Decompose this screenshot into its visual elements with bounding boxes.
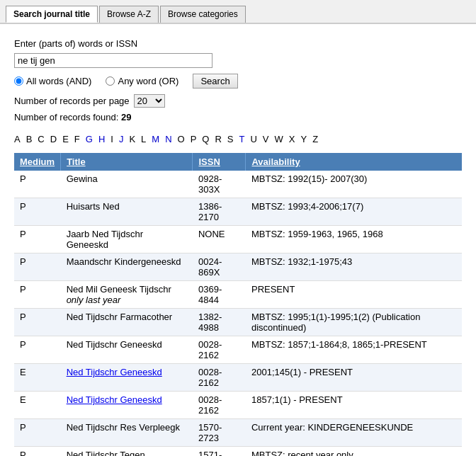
cell-issn: NONE (193, 226, 246, 253)
alpha-letter-o: O (178, 134, 185, 144)
cell-medium: P (14, 419, 61, 447)
cell-issn: 0028-2162 (193, 364, 246, 392)
cell-availability: MBTSZ: 1932;1-1975;43 (246, 253, 462, 281)
cell-title: Maandschr Kindergeneeskd (61, 253, 193, 281)
search-button[interactable]: Search (193, 74, 237, 89)
table-row: PGewina0928-303XMBTSZ: 1992(15)- 2007(30… (14, 171, 462, 198)
alpha-letter-i: I (110, 134, 113, 144)
cell-medium: P (14, 226, 61, 253)
cell-issn: 0028-2162 (193, 392, 246, 419)
col-availability: Availability (246, 153, 462, 171)
alpha-link-t[interactable]: T (239, 134, 245, 144)
alpha-letter-l: L (141, 134, 146, 144)
search-input[interactable] (14, 53, 212, 68)
alpha-letter-f: F (74, 134, 80, 144)
alpha-letter-w: W (275, 134, 283, 144)
cell-issn: 0028-2162 (193, 336, 246, 364)
per-page-select[interactable]: 10 20 50 100 (134, 94, 165, 108)
table-row: PNed Tijdschr Res Verpleegk1570-2723Curr… (14, 419, 462, 447)
alpha-link-h[interactable]: H (98, 134, 105, 144)
cell-issn: 0024-869X (193, 253, 246, 281)
radio-or[interactable]: Any word (OR) (106, 76, 178, 86)
alpha-link-g[interactable]: G (86, 134, 93, 144)
col-medium-link[interactable]: Medium (20, 156, 55, 167)
cell-title: Gewina (61, 171, 193, 198)
alpha-letter-y: Y (300, 134, 307, 144)
table-row: PNed Tijdschr Farmacother1382-4988MBTSZ:… (14, 309, 462, 336)
cell-availability: MBTSZ: 1857;1-1864;8, 1865;1-PRESENT (246, 336, 462, 364)
table-row: PMaandschr Kindergeneeskd0024-869XMBTSZ:… (14, 253, 462, 281)
main-content: Enter (parts of) words or ISSN All words… (0, 24, 476, 456)
alpha-letter-v: V (263, 134, 269, 144)
cell-medium: P (14, 336, 61, 364)
cell-availability: MBTSZ: 1992(15)- 2007(30) (246, 171, 462, 198)
alpha-link-n[interactable]: N (165, 134, 171, 144)
cell-title: Jaarb Ned Tijdschr Geneeskd (61, 226, 193, 253)
cell-availability: 2001;145(1) - PRESENT (246, 364, 462, 392)
alpha-letter-c: C (38, 134, 44, 144)
col-title: Title (61, 153, 193, 171)
cell-availability: 1857;1(1) - PRESENT (246, 392, 462, 419)
cell-medium: P (14, 309, 61, 336)
search-label: Enter (parts of) words or ISSN (14, 38, 462, 49)
results-table: Medium Title ISSN Availability PGewina09… (14, 153, 462, 456)
alpha-letter-r: R (215, 134, 221, 144)
radio-or-label: Any word (OR) (118, 76, 178, 86)
alpha-letter-q: Q (202, 134, 209, 144)
table-row: PNed Tijdschr Geneeskd0028-2162MBTSZ: 18… (14, 336, 462, 364)
col-issn-link[interactable]: ISSN (198, 156, 220, 167)
table-row: ENed Tijdschr Geneeskd0028-21621857;1(1)… (14, 392, 462, 419)
cell-title: Huisarts Ned (61, 198, 193, 226)
cell-issn: 1382-4988 (193, 309, 246, 336)
table-row: PJaarb Ned Tijdschr GeneeskdNONEMBTSZ: 1… (14, 226, 462, 253)
tab-browse-categories[interactable]: Browse categories (160, 6, 246, 23)
col-issn: ISSN (193, 153, 246, 171)
title-subtitle: only last year (67, 295, 121, 305)
cell-medium: P (14, 253, 61, 281)
alpha-letter-s: S (227, 134, 234, 144)
tab-bar: Search journal title Browse A-Z Browse c… (0, 0, 476, 24)
alpha-letter-u: U (250, 134, 256, 144)
cell-title: Ned Tijdschr Res Verpleegk (61, 419, 193, 447)
cell-title[interactable]: Ned Tijdschr Geneeskd (61, 392, 193, 419)
cell-title: Ned Tijdschr Farmacother (61, 309, 193, 336)
table-row: ENed Tijdschr Geneeskd0028-21622001;145(… (14, 364, 462, 392)
alpha-link-m[interactable]: M (152, 134, 159, 144)
cell-title: Ned Mil Geneesk Tijdschronly last year (61, 281, 193, 309)
cell-availability: Current year: KINDERGENEESKUNDE (246, 419, 462, 447)
cell-availability: MBTSZ: 1993;4-2006;17(7) (246, 198, 462, 226)
title-link[interactable]: Ned Tijdschr Geneeskd (67, 394, 162, 405)
cell-availability: PRESENT (246, 281, 462, 309)
radio-or-input[interactable] (106, 76, 115, 86)
tab-browse-az[interactable]: Browse A-Z (99, 6, 159, 23)
alpha-link-j[interactable]: J (119, 134, 124, 144)
radio-and-input[interactable] (14, 76, 23, 86)
table-row: PNed Tijdschr Tegen Kwakzalverij1571-546… (14, 447, 462, 457)
cell-title[interactable]: Ned Tijdschr Geneeskd (61, 364, 193, 392)
tab-search-journal-title[interactable]: Search journal title (6, 6, 98, 23)
cell-issn: 1570-2723 (193, 419, 246, 447)
per-page-label: Number of records per page (14, 96, 130, 106)
cell-medium: E (14, 364, 61, 392)
per-page-row: Number of records per page 10 20 50 100 (14, 94, 462, 108)
table-header-row: Medium Title ISSN Availability (14, 153, 462, 171)
col-medium: Medium (14, 153, 61, 171)
cell-medium: P (14, 171, 61, 198)
col-availability-link[interactable]: Availability (251, 156, 300, 167)
table-row: PHuisarts Ned1386-2170MBTSZ: 1993;4-2006… (14, 198, 462, 226)
radio-and-label: All words (AND) (26, 76, 91, 86)
cell-availability: MBTSZ: 1959-1963, 1965, 1968 (246, 226, 462, 253)
radio-and[interactable]: All words (AND) (14, 76, 91, 86)
cell-medium: P (14, 281, 61, 309)
title-link[interactable]: Ned Tijdschr Geneeskd (67, 367, 162, 377)
cell-title: Ned Tijdschr Tegen Kwakzalverij (61, 447, 193, 457)
col-title-link[interactable]: Title (67, 156, 86, 167)
cell-issn: 1571-5469 (193, 447, 246, 457)
records-found: Number of records found: 29 (14, 112, 462, 122)
alpha-letter-d: D (50, 134, 57, 144)
alpha-letter-k: K (129, 134, 135, 144)
radio-row: All words (AND) Any word (OR) Search (14, 74, 462, 89)
cell-availability: MBTSZ: recent year only (246, 447, 462, 457)
cell-medium: P (14, 447, 61, 457)
cell-medium: E (14, 392, 61, 419)
